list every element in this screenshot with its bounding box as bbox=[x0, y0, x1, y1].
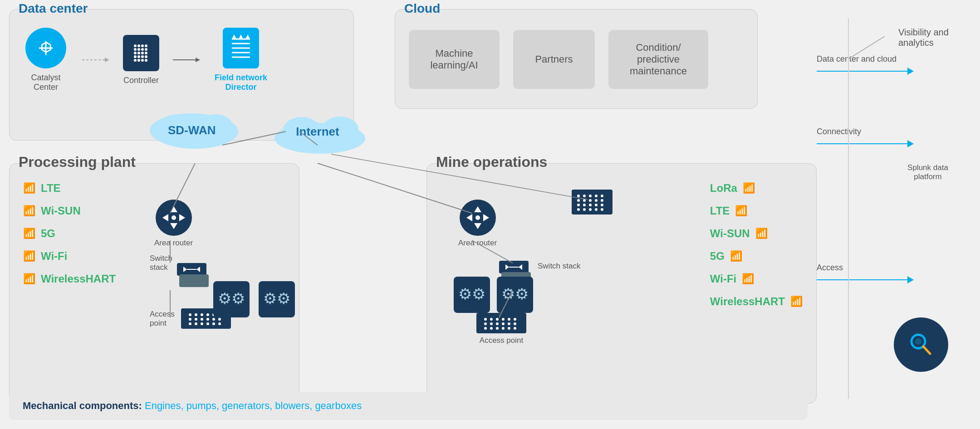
svg-point-94 bbox=[508, 318, 510, 321]
svg-point-26 bbox=[145, 59, 147, 62]
mechanical-value: Engines, pumps, generators, blowers, gea… bbox=[145, 400, 362, 411]
svg-point-83 bbox=[475, 215, 480, 220]
svg-point-103 bbox=[490, 327, 493, 330]
mine-lora-label: LoRa bbox=[710, 182, 737, 195]
access-point-mine-icon bbox=[476, 313, 526, 333]
svg-point-136 bbox=[915, 338, 921, 345]
mine-wifi-item: Wi-Fi 📶 bbox=[710, 273, 803, 285]
mine-gear-device-2: ⚙⚙ bbox=[497, 277, 533, 313]
svg-point-21 bbox=[141, 55, 144, 58]
mine-lte-item: LTE 📶 bbox=[710, 205, 803, 217]
svg-point-15 bbox=[134, 52, 137, 54]
svg-point-96 bbox=[484, 322, 487, 325]
data-center-title: Data center bbox=[19, 1, 88, 16]
svg-point-114 bbox=[583, 195, 586, 197]
mine-lte-wifi-icon: 📶 bbox=[735, 205, 747, 217]
connectivity-label: Connectivity bbox=[817, 127, 962, 136]
svg-point-107 bbox=[514, 327, 516, 330]
whart-item: 📶 WirelessHART bbox=[23, 273, 116, 285]
area-router-mine-label: Area router bbox=[458, 239, 497, 248]
datacenter-arrow-head bbox=[907, 68, 914, 75]
svg-point-126 bbox=[595, 204, 598, 206]
ap-connector-mine bbox=[572, 190, 612, 214]
mine-5g-label: 5G bbox=[710, 250, 725, 263]
switch-stack-mine-label: Switch stack bbox=[538, 262, 580, 271]
svg-point-49 bbox=[172, 215, 176, 220]
switch-stack-processing: Switchstack bbox=[150, 254, 211, 290]
switch-stack-icon bbox=[177, 254, 211, 290]
svg-point-117 bbox=[601, 195, 603, 197]
visibility-label: Visibility and analytics bbox=[898, 27, 971, 48]
svg-point-91 bbox=[490, 318, 493, 321]
catalyst-label: Catalyst Center bbox=[23, 73, 69, 92]
svg-point-12 bbox=[137, 48, 140, 51]
mine-5g-item: 5G 📶 bbox=[710, 250, 803, 263]
mine-wisun-wifi-icon: 📶 bbox=[755, 228, 768, 239]
svg-point-115 bbox=[589, 195, 592, 197]
svg-point-130 bbox=[589, 208, 592, 211]
svg-point-127 bbox=[601, 204, 603, 206]
svg-point-65 bbox=[206, 318, 209, 321]
svg-point-101 bbox=[514, 322, 516, 325]
ml-ai-item: Machine learning/AI bbox=[409, 30, 500, 89]
internet-label: Internet bbox=[296, 125, 339, 139]
datacenter-cloud-row: Data center and cloud bbox=[817, 54, 962, 75]
svg-point-132 bbox=[601, 208, 603, 211]
processing-title: Processing plant bbox=[19, 154, 136, 171]
partners-item: Partners bbox=[513, 30, 595, 89]
mine-lte-label: LTE bbox=[710, 205, 730, 217]
mine-lora-item: LoRa 📶 bbox=[710, 182, 803, 195]
mine-wisun-item: Wi-SUN 📶 bbox=[710, 227, 803, 240]
wifi-wifi-icon: 📶 bbox=[23, 250, 35, 262]
svg-point-7 bbox=[134, 44, 137, 47]
access-row: Access bbox=[817, 263, 962, 283]
svg-point-13 bbox=[141, 48, 144, 51]
switch-stack-label: Switchstack bbox=[150, 254, 172, 272]
lte-wifi-icon: 📶 bbox=[23, 182, 35, 194]
svg-point-16 bbox=[137, 52, 140, 54]
5g-item: 📶 5G bbox=[23, 227, 116, 240]
svg-point-95 bbox=[514, 318, 516, 321]
svg-point-118 bbox=[577, 199, 580, 202]
wisun-item: 📶 Wi-SUN bbox=[23, 205, 116, 217]
mine-gear-device-1: ⚙⚙ bbox=[454, 277, 490, 313]
area-router-icon bbox=[156, 200, 192, 236]
splunk-icon bbox=[894, 317, 948, 372]
fnd-label: Field network Director bbox=[214, 73, 268, 92]
gear-devices-processing: ⚙⚙ ⚙⚙ bbox=[213, 281, 295, 317]
lte-label: LTE bbox=[41, 182, 61, 195]
access-point-mine: Access point bbox=[476, 313, 526, 345]
controller-icon bbox=[123, 35, 159, 71]
svg-point-120 bbox=[589, 199, 592, 202]
mine-lora-wifi-icon: 📶 bbox=[743, 182, 755, 194]
svg-point-119 bbox=[583, 199, 586, 202]
5g-wifi-icon: 📶 bbox=[23, 228, 35, 239]
svg-point-100 bbox=[508, 322, 510, 325]
area-router-mine-icon bbox=[460, 200, 496, 236]
svg-point-8 bbox=[137, 44, 140, 47]
connectivity-arrow-head bbox=[907, 140, 914, 147]
mine-title: Mine operations bbox=[436, 154, 547, 171]
svg-point-104 bbox=[496, 327, 499, 330]
svg-point-10 bbox=[145, 44, 147, 47]
5g-label: 5G bbox=[41, 227, 55, 240]
svg-text:⚙⚙: ⚙⚙ bbox=[263, 290, 290, 307]
access-label: Access bbox=[817, 263, 962, 273]
mechanical-bar: Mechanical components: Engines, pumps, g… bbox=[9, 392, 808, 420]
svg-point-64 bbox=[201, 318, 203, 321]
svg-text:⚙⚙: ⚙⚙ bbox=[218, 290, 245, 307]
svg-point-90 bbox=[484, 318, 487, 321]
svg-point-98 bbox=[496, 322, 499, 325]
wisun-label: Wi-SUN bbox=[41, 205, 81, 217]
svg-point-124 bbox=[583, 204, 586, 206]
svg-point-66 bbox=[212, 318, 215, 321]
connectivity-row: Connectivity bbox=[817, 127, 962, 147]
svg-point-125 bbox=[589, 204, 592, 206]
svg-text:⚙⚙: ⚙⚙ bbox=[501, 285, 529, 302]
wifi-item: 📶 Wi-Fi bbox=[23, 250, 116, 263]
svg-point-93 bbox=[502, 318, 505, 321]
mine-wifi-label: Wi-Fi bbox=[710, 273, 736, 285]
svg-point-123 bbox=[577, 204, 580, 206]
gear-device-1: ⚙⚙ bbox=[213, 281, 250, 317]
svg-point-122 bbox=[601, 199, 603, 202]
